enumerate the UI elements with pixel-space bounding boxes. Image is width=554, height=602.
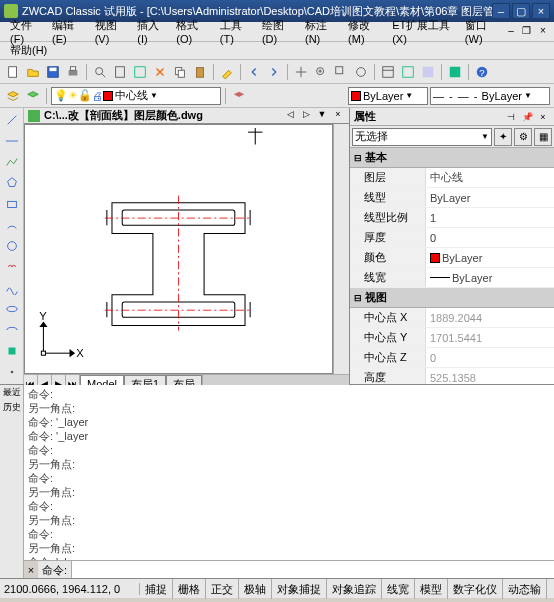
layeriso-button[interactable] [230,87,248,105]
pdf-button[interactable] [111,63,129,81]
pline-tool[interactable] [2,152,22,171]
revcloud-tool[interactable] [2,258,22,277]
status-dyn[interactable]: 动态输 [503,579,547,599]
circle-tool[interactable] [2,236,22,255]
paste-button[interactable] [191,63,209,81]
maximize-button[interactable]: ▢ [512,3,530,19]
redo-button[interactable] [265,63,283,81]
prop-close-button[interactable]: × [536,112,550,122]
svg-rect-2 [50,67,57,71]
toolpal-button[interactable] [419,63,437,81]
pan-button[interactable] [292,63,310,81]
block-tool[interactable] [2,342,22,361]
menu-format[interactable]: 格式(O) [170,16,214,47]
prop-cy-value[interactable]: 1701.5441 [426,328,554,347]
preview-button[interactable] [91,63,109,81]
point-tool[interactable] [2,363,22,382]
prop-lweight-value[interactable]: ByLayer [426,268,554,287]
prop-ltype-value[interactable]: ByLayer [426,188,554,207]
color-combo[interactable]: ByLayer ▼ [348,87,428,105]
doc-close-button[interactable]: × [536,25,550,39]
doc-minimize-button[interactable]: – [504,25,518,39]
publish-button[interactable] [131,63,149,81]
new-button[interactable] [4,63,22,81]
menu-draw[interactable]: 绘图(D) [256,16,299,47]
menu-tools[interactable]: 工具(T) [214,16,256,47]
status-otrack[interactable]: 对象追踪 [327,579,382,599]
prop-cz-value[interactable]: 0 [426,348,554,367]
prop-thick-value[interactable]: 0 [426,228,554,247]
layerman-button[interactable] [4,87,22,105]
cat-basic[interactable]: 基本 [350,148,554,168]
layerprev-button[interactable] [24,87,42,105]
zwin-button[interactable] [332,63,350,81]
dcenter-button[interactable] [399,63,417,81]
ellipse-tool[interactable] [2,300,22,319]
prop-toggle-button[interactable]: ✦ [494,128,512,146]
prop-pickadd-button[interactable]: ▦ [534,128,552,146]
matchprop-button[interactable] [218,63,236,81]
status-polar[interactable]: 极轴 [239,579,272,599]
close-button[interactable]: × [532,3,550,19]
status-digit[interactable]: 数字化仪 [448,579,503,599]
linetype-combo[interactable]: — - — - ByLayer ▼ [430,87,550,105]
command-history[interactable]: 命令:另一角点:命令: '_layer命令: '_layer命令:另一角点:命令… [24,385,554,560]
tab-prev-button[interactable]: ◁ [283,109,297,123]
prop-h-value[interactable]: 525.1358 [426,368,554,384]
doc-tab-title[interactable]: C:\...改【剖面线】图层颜色.dwg [44,108,203,123]
doc-restore-button[interactable]: ❐ [520,25,534,39]
cmd-recent-button[interactable]: 最近 [3,385,21,400]
arc-tool[interactable] [2,215,22,234]
prop-layer-value[interactable]: 中心线 [426,168,554,187]
zprev-button[interactable] [352,63,370,81]
properties-title: 属性 [354,109,376,124]
clean-button[interactable] [446,63,464,81]
props-button[interactable] [379,63,397,81]
prop-pin2-button[interactable]: 📌 [520,112,534,122]
menu-window[interactable]: 窗口(W) [459,16,504,47]
menu-help[interactable]: 帮助(H) [4,41,53,60]
menu-modify[interactable]: 修改(M) [342,16,386,47]
status-lwt[interactable]: 线宽 [382,579,415,599]
menu-dim[interactable]: 标注(N) [299,16,342,47]
drawing-canvas[interactable]: X Y [24,124,333,374]
menu-view[interactable]: 视图(V) [89,16,132,47]
status-model[interactable]: 模型 [415,579,448,599]
status-osnap[interactable]: 对象捕捉 [272,579,327,599]
prop-quicksel-button[interactable]: ⚙ [514,128,532,146]
cat-view[interactable]: 视图 [350,288,554,308]
help-button[interactable]: ? [473,63,491,81]
tab-next-button[interactable]: ▷ [299,109,313,123]
selection-combo[interactable]: 无选择 ▼ [352,128,492,146]
menu-ettools[interactable]: ET扩展工具(X) [386,16,459,47]
spline-tool[interactable] [2,279,22,298]
layer-combo[interactable]: 💡☀🔓🖨 中心线 ▼ [51,87,221,105]
status-coords[interactable]: 2100.0666, 1964.112, 0 [0,583,140,595]
tab-close-button[interactable]: × [331,109,345,123]
menu-insert[interactable]: 插入(I) [131,16,170,47]
undo-button[interactable] [245,63,263,81]
status-snap[interactable]: 捕捉 [140,579,173,599]
earc-tool[interactable] [2,321,22,340]
polygon-tool[interactable] [2,173,22,192]
rtzoom-button[interactable] [312,63,330,81]
cut-button[interactable] [151,63,169,81]
save-button[interactable] [44,63,62,81]
copy-button[interactable] [171,63,189,81]
open-button[interactable] [24,63,42,81]
cmd-hist-button[interactable]: 历史 [3,400,21,415]
status-ortho[interactable]: 正交 [206,579,239,599]
print-button[interactable] [64,63,82,81]
status-grid[interactable]: 栅格 [173,579,206,599]
prop-color-value[interactable]: ByLayer [426,248,554,267]
xline-tool[interactable] [2,131,22,150]
prop-pin-button[interactable]: ⊣ [504,112,518,122]
cmd-close-button[interactable]: × [24,561,38,578]
vertical-scrollbar[interactable] [333,124,349,374]
prop-cx-value[interactable]: 1889.2044 [426,308,554,327]
tab-menu-button[interactable]: ▼ [315,109,329,123]
line-tool[interactable] [2,110,22,129]
rect-tool[interactable] [2,194,22,213]
command-input[interactable] [72,561,554,578]
prop-ltscale-value[interactable]: 1 [426,208,554,227]
